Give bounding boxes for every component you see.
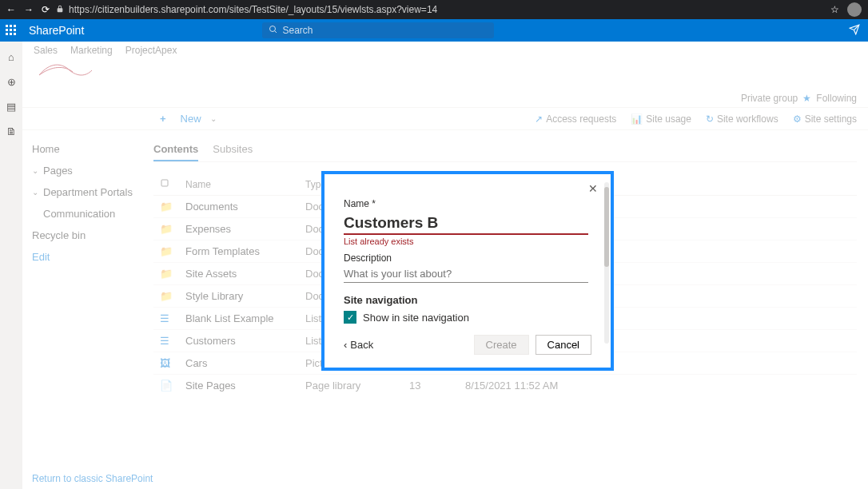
row-type-icon: ☰	[153, 308, 179, 330]
row-name[interactable]: Site Pages	[179, 375, 299, 397]
row-type-icon: 📁	[153, 196, 179, 218]
svg-rect-4	[10, 29, 12, 31]
browser-chrome: ← → ⟳ https://citizenbuilders.sharepoint…	[0, 0, 868, 19]
star-icon[interactable]: ☆	[830, 4, 839, 15]
lock-icon	[56, 4, 64, 15]
row-name[interactable]: Style Library	[179, 285, 299, 308]
nav-home[interactable]: Home	[27, 138, 137, 160]
row-name[interactable]: Documents	[179, 196, 299, 218]
svg-point-9	[269, 26, 275, 31]
show-in-nav-checkbox[interactable]: ✓	[344, 311, 356, 324]
chevron-down-icon: ⌄	[32, 188, 38, 197]
suite-brand[interactable]: SharePoint	[29, 24, 84, 37]
svg-rect-3	[6, 29, 8, 31]
new-button[interactable]: New ⌄	[181, 113, 217, 125]
col-name[interactable]: Name	[179, 173, 299, 196]
hub-nav-link[interactable]: Marketing	[70, 45, 113, 56]
usage-icon: 📊	[631, 113, 643, 125]
nav-communication[interactable]: Communication	[27, 203, 137, 225]
nav-department-portals[interactable]: ⌄Department Portals	[27, 181, 137, 203]
row-name[interactable]: Site Assets	[179, 263, 299, 285]
gear-icon: ⚙	[793, 113, 802, 125]
svg-rect-11	[161, 180, 168, 186]
svg-rect-8	[14, 33, 16, 35]
nav-back-icon[interactable]: ←	[6, 4, 16, 15]
panel-scrollbar[interactable]	[604, 182, 609, 344]
svg-line-10	[274, 30, 277, 33]
files-icon[interactable]: 🗎	[6, 125, 17, 137]
address-bar[interactable]: https://citizenbuilders.sharepoint.com/s…	[69, 4, 437, 15]
row-type-icon: 📁	[153, 241, 179, 263]
suite-bar: SharePoint Search	[0, 19, 868, 42]
create-icon[interactable]: ⊕	[7, 76, 16, 88]
row-type-icon: 🖼	[153, 352, 179, 375]
row-type-icon: ☰	[153, 330, 179, 352]
site-workflows-link[interactable]: ↻Site workflows	[706, 113, 778, 125]
left-app-bar: ⌂ ⊕ ▤ 🗎	[0, 42, 22, 489]
chevron-down-icon: ⌄	[32, 166, 38, 175]
row-name[interactable]: Customers	[179, 330, 299, 352]
chevron-down-icon: ⌄	[210, 114, 217, 123]
access-requests-link[interactable]: ↗Access requests	[535, 113, 616, 125]
site-settings-link[interactable]: ⚙Site settings	[793, 113, 857, 125]
site-navigation-section: Site navigation	[344, 294, 591, 306]
svg-rect-2	[14, 25, 16, 27]
content-tabs: Contents Subsites	[153, 138, 857, 162]
cancel-button[interactable]: Cancel	[536, 335, 591, 355]
row-type-icon: 📁	[153, 263, 179, 285]
table-row[interactable]: 📄Site PagesPage library138/15/2021 11:52…	[153, 375, 857, 397]
site-logo[interactable]	[34, 56, 98, 85]
share-icon[interactable]	[849, 24, 868, 38]
hub-nav-link[interactable]: ProjectApex	[125, 45, 177, 56]
profile-avatar[interactable]	[847, 2, 862, 17]
row-name[interactable]: Expenses	[179, 218, 299, 241]
tab-contents[interactable]: Contents	[153, 138, 198, 161]
description-field-label: Description	[344, 252, 591, 264]
workflow-icon: ↻	[706, 113, 714, 125]
row-type-icon: 📁	[153, 218, 179, 241]
return-classic-link[interactable]: Return to classic SharePoint	[32, 473, 153, 484]
close-icon[interactable]: ✕	[588, 182, 598, 195]
row-items: 13	[403, 375, 459, 397]
site-usage-link[interactable]: 📊Site usage	[631, 113, 691, 125]
row-name[interactable]: Form Templates	[179, 241, 299, 263]
nav-forward-icon[interactable]: →	[24, 4, 34, 15]
svg-rect-7	[10, 33, 12, 35]
nav-recycle-bin[interactable]: Recycle bin	[27, 225, 137, 246]
svg-rect-0	[6, 25, 8, 27]
search-icon	[269, 25, 278, 37]
row-name[interactable]: Blank List Example	[179, 308, 299, 330]
svg-rect-1	[10, 25, 12, 27]
app-launcher-icon[interactable]	[0, 25, 22, 36]
description-input[interactable]	[344, 265, 588, 283]
command-bar: + New ⌄ ↗Access requests 📊Site usage ↻Si…	[22, 107, 868, 130]
show-in-nav-label: Show in site navigation	[363, 312, 469, 324]
nav-pages[interactable]: ⌄Pages	[27, 160, 137, 181]
name-input[interactable]	[344, 213, 588, 235]
hub-nav-link[interactable]: Sales	[34, 45, 58, 56]
name-error: List already exists	[344, 237, 591, 246]
suite-search[interactable]: Search	[262, 22, 494, 38]
my-sites-icon[interactable]: ▤	[6, 101, 16, 113]
following-star-icon[interactable]: ★	[802, 93, 811, 104]
home-icon[interactable]: ⌂	[8, 51, 14, 63]
plus-icon: +	[160, 113, 166, 125]
row-type: Page library	[299, 375, 403, 397]
back-button[interactable]: ‹ Back	[344, 339, 373, 351]
search-placeholder: Search	[283, 25, 313, 36]
row-type-icon: 📁	[153, 285, 179, 308]
name-field-label: Name *	[344, 198, 591, 209]
col-icon[interactable]	[153, 173, 179, 196]
create-list-panel: ✕ Name * List already exists Description…	[321, 171, 614, 371]
nav-edit-link[interactable]: Edit	[27, 246, 137, 268]
svg-rect-6	[6, 33, 8, 35]
chevron-left-icon: ‹	[344, 339, 347, 351]
row-name[interactable]: Cars	[179, 352, 299, 375]
create-button: Create	[474, 335, 529, 355]
row-type-icon: 📄	[153, 375, 179, 397]
nav-reload-icon[interactable]: ⟳	[42, 4, 50, 15]
tab-subsites[interactable]: Subsites	[213, 138, 253, 161]
following-label[interactable]: Following	[816, 93, 857, 104]
row-modified: 8/15/2021 11:52 AM	[459, 375, 857, 397]
site-nav: Home ⌄Pages ⌄Department Portals Communic…	[22, 130, 142, 404]
